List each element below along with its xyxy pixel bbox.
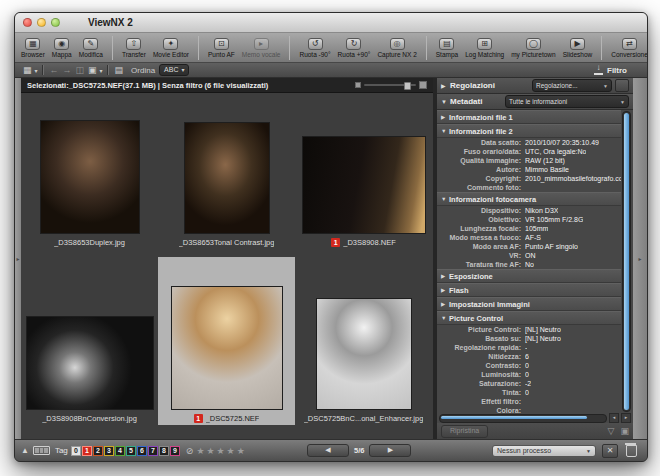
- tag-3[interactable]: 3: [104, 446, 114, 456]
- toolbar-button-browser[interactable]: ▦Browser: [21, 38, 45, 58]
- sort-label: Ordina: [131, 66, 155, 75]
- tag-9[interactable]: 9: [170, 446, 180, 456]
- thumbnail-filename: _D3S8908.NEF: [343, 238, 396, 247]
- toolbar-button-ruota-90[interactable]: ↺Ruota -90°: [299, 38, 330, 58]
- metadata-value: 2010_mimmobasilefotografo.com: [525, 174, 621, 183]
- tag-6[interactable]: 6: [137, 446, 147, 456]
- toolbar-button-mappa[interactable]: ◉Mappa: [52, 38, 72, 58]
- folder-caret-icon[interactable]: ▾: [100, 67, 103, 74]
- trash-icon[interactable]: [626, 445, 637, 457]
- metadata-section-informazioni-file-2[interactable]: ▼Informazioni file 2: [437, 124, 621, 138]
- adjustment-preset-dropdown[interactable]: Regolazione...▼: [532, 79, 612, 92]
- star-icon[interactable]: ★: [237, 446, 247, 456]
- thumbnail-2[interactable]: _D3S8653Tonal Contrast.jpg: [158, 97, 295, 249]
- toolbar-button-punto-af[interactable]: ⊡Punto AF: [208, 38, 235, 58]
- scroll-left-icon[interactable]: ◂: [609, 413, 619, 423]
- tag-1[interactable]: 1: [82, 446, 92, 456]
- process-queue-dropdown[interactable]: Nessun processo▼: [492, 445, 596, 457]
- close-window-button[interactable]: [23, 18, 32, 27]
- zoom-out-icon[interactable]: [355, 82, 361, 88]
- toolbar-button-memo-vocale[interactable]: ▸Memo vocale: [242, 38, 281, 58]
- toolbar-button-transfer[interactable]: ⇧Transfer: [122, 38, 146, 58]
- toolbar-button-stampa[interactable]: ▤Stampa: [436, 38, 458, 58]
- metadata-section-picture-control[interactable]: ▼Picture Control: [437, 311, 621, 325]
- thumbnail-4[interactable]: _D3S8908BnConversion.jpg: [21, 257, 158, 425]
- zoom-window-button[interactable]: [51, 18, 60, 27]
- metadata-row: Taratura fine AF:No: [437, 260, 621, 269]
- filmstrip-collapse-icon[interactable]: ▲: [21, 446, 29, 455]
- toolbar-button-capture-nx-2[interactable]: ◎Capture NX 2: [377, 38, 416, 58]
- copy-icon[interactable]: ▤: [115, 64, 124, 76]
- metadata-section-esposizione[interactable]: ▶Esposizione: [437, 269, 621, 283]
- metadata-section-informazioni-file-1[interactable]: ▶Informazioni file 1: [437, 110, 621, 124]
- next-image-button[interactable]: ▶: [369, 444, 411, 457]
- star-icon[interactable]: ★: [206, 446, 216, 456]
- star-icon[interactable]: ★: [196, 446, 206, 456]
- metadata-section-header[interactable]: ▼ Metadati Tutte le informazioni▼: [437, 94, 633, 110]
- tag-5[interactable]: 5: [126, 446, 136, 456]
- label-tag-icon[interactable]: ▽: [608, 425, 615, 437]
- toolbar-button-slideshow[interactable]: ▶Slideshow: [563, 38, 593, 58]
- toolbar-button-ruota-90[interactable]: ↻Ruota +90°: [338, 38, 371, 58]
- filter-button[interactable]: ↓ Filtro: [594, 65, 627, 75]
- tag-7[interactable]: 7: [148, 446, 158, 456]
- metadata-filter-dropdown[interactable]: Tutte le informazioni▼: [505, 95, 629, 108]
- metadata-label: Nitidezza:: [437, 352, 521, 361]
- toolbar-button-movie-editor[interactable]: ✦Movie Editor: [153, 38, 189, 58]
- nav-forward-icon[interactable]: →: [63, 64, 72, 76]
- metadata-list: ▶Informazioni file 1▼Informazioni file 2…: [437, 110, 621, 413]
- zoom-slider[interactable]: [364, 84, 416, 86]
- metadata-section-impostazioni-immagini[interactable]: ▶Impostazioni Immagini: [437, 297, 621, 311]
- tag-8[interactable]: 8: [159, 446, 169, 456]
- metadata-vertical-scrollbar[interactable]: [622, 111, 631, 412]
- tag-0[interactable]: 0: [71, 446, 81, 456]
- apply-adjustment-button[interactable]: [615, 79, 629, 92]
- title-bar[interactable]: ViewNX 2: [15, 13, 647, 33]
- folder-icon[interactable]: ▣: [88, 64, 97, 76]
- minimize-window-button[interactable]: [37, 18, 46, 27]
- toolbar-button-modifica[interactable]: ✎Modifica: [79, 38, 103, 58]
- thumbnail-3[interactable]: 1_D3S8908.NEF: [295, 97, 432, 249]
- metadata-section-flash[interactable]: ▶Flash: [437, 283, 621, 297]
- star-icon[interactable]: ★: [217, 446, 227, 456]
- star-icon[interactable]: ★: [227, 446, 237, 456]
- toolbar-button-log-matching[interactable]: ⊞Log Matching: [465, 38, 504, 58]
- thumbnail-1[interactable]: _D3S8653Duplex.jpg: [21, 97, 158, 249]
- vertical-scroll-thumb[interactable]: [624, 113, 629, 410]
- tag-2[interactable]: 2: [93, 446, 103, 456]
- save-metadata-icon[interactable]: ▣: [620, 425, 629, 437]
- filmstrip-icon[interactable]: [33, 446, 50, 455]
- thumbnail-image[interactable]: [26, 316, 154, 410]
- metadata-row: Qualità immagine:RAW (12 bit): [437, 156, 621, 165]
- metadata-section-informazioni-fotocamera[interactable]: ▼Informazioni fotocamera: [437, 192, 621, 206]
- metadata-value: RAW (12 bit): [525, 156, 565, 165]
- adjustments-section-header[interactable]: ▶ Regolazioni Regolazione...▼: [437, 78, 633, 94]
- thumbnail-6[interactable]: _DSC5725BnC...onal_Enhancer.jpg: [295, 257, 432, 425]
- thumbnail-image[interactable]: [40, 120, 140, 234]
- zoom-slider-thumb[interactable]: [404, 82, 411, 90]
- metadata-horizontal-scrollbar[interactable]: [439, 414, 607, 423]
- thumbnail-image[interactable]: [171, 286, 283, 410]
- reset-button[interactable]: Ripristina: [441, 425, 488, 438]
- scroll-right-icon[interactable]: ▸: [621, 413, 631, 423]
- toolbar-button-conversione[interactable]: ⇄Conversione: [611, 38, 648, 58]
- zoom-in-icon[interactable]: [419, 81, 427, 89]
- nav-back-icon[interactable]: ←: [50, 64, 59, 76]
- tag-4[interactable]: 4: [115, 446, 125, 456]
- thumbnail-image[interactable]: [302, 136, 426, 234]
- thumbnail-grid-view-icon[interactable]: ▦: [23, 64, 32, 76]
- no-rating-icon[interactable]: ⊘: [186, 446, 194, 456]
- view-mode-caret-icon[interactable]: ▾: [35, 67, 38, 74]
- favorite-folder-icon[interactable]: ◫: [76, 64, 85, 76]
- thumbnail-5[interactable]: 1_DSC5725.NEF: [158, 257, 295, 425]
- horizontal-scroll-thumb[interactable]: [441, 416, 587, 419]
- cancel-process-button[interactable]: ✕: [602, 444, 618, 458]
- thumbnail-image[interactable]: [184, 122, 270, 234]
- rating-stars[interactable]: ★★★★★: [196, 446, 246, 456]
- previous-image-button[interactable]: ◀: [307, 444, 349, 457]
- thumbnail-image[interactable]: [316, 298, 412, 410]
- metadata-value: 0: [525, 361, 529, 370]
- right-panel-collapse-handle[interactable]: ▸: [633, 78, 647, 439]
- toolbar-button-my-picturetown[interactable]: ◯my Picturetown: [511, 38, 555, 58]
- sort-dropdown[interactable]: ABC ▾: [159, 64, 189, 76]
